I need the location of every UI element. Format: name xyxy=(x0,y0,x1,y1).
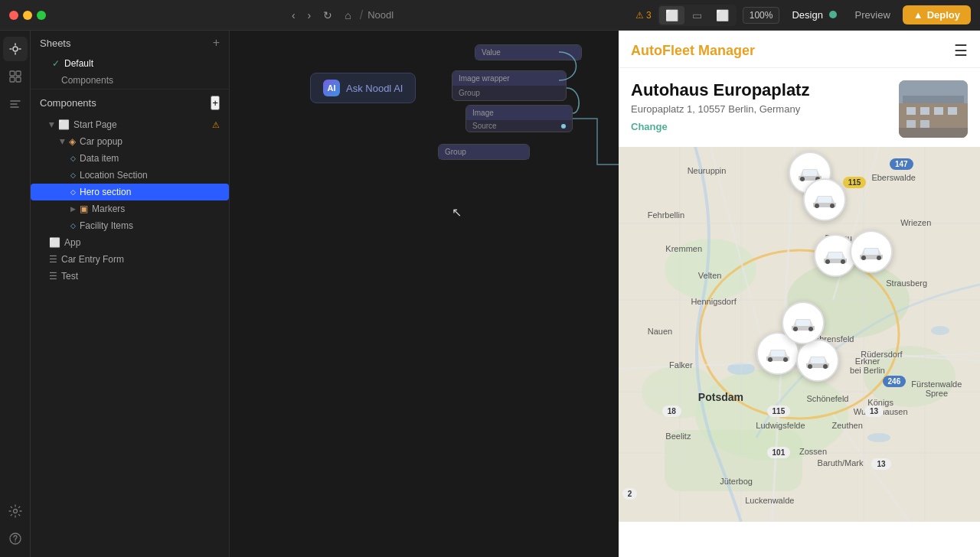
sidebar-icon-grid[interactable] xyxy=(3,64,28,89)
svg-rect-17 xyxy=(899,80,968,103)
sheets-section: Sheets + ✓ Default Components xyxy=(31,31,229,90)
sidebar-icon-components[interactable] xyxy=(3,37,28,61)
view-single[interactable]: ▭ xyxy=(686,6,708,24)
svg-point-63 xyxy=(808,327,813,331)
svg-rect-49 xyxy=(818,197,831,203)
traffic-light-red[interactable] xyxy=(9,11,18,20)
route-badge-115: 115 xyxy=(843,177,867,188)
tree-label: Facility Items xyxy=(80,220,133,231)
value-node[interactable]: Value xyxy=(475,44,582,60)
svg-point-44 xyxy=(800,177,805,181)
sheet-name: Components xyxy=(61,75,113,86)
map-label-strausberg: Strausberg xyxy=(886,278,927,288)
ask-ai-label: Ask Noodl AI xyxy=(346,83,403,94)
add-component-button[interactable]: + xyxy=(211,96,220,110)
port-dot xyxy=(561,124,566,129)
svg-rect-46 xyxy=(803,170,817,176)
zoom-control[interactable]: 100% xyxy=(743,7,780,24)
deploy-button[interactable]: ▲ Deploy xyxy=(903,5,971,24)
warn-icon: ⚠ xyxy=(635,10,644,21)
sidebar-icon-settings[interactable] xyxy=(3,499,28,523)
car-marker-6[interactable] xyxy=(796,339,839,382)
svg-point-27 xyxy=(867,433,890,442)
svg-point-60 xyxy=(823,364,828,369)
tree-label: Hero section xyxy=(80,187,131,197)
map-label-nauen: Nauen xyxy=(648,327,672,336)
autofleet-logo: AutoFleet Manager xyxy=(631,43,755,59)
ai-icon: AI xyxy=(323,80,340,96)
svg-line-32 xyxy=(833,147,879,300)
sheet-item-components[interactable]: Components xyxy=(31,72,229,89)
svg-point-48 xyxy=(830,204,835,208)
view-toggle-group: ⬜ ▭ ⬜ xyxy=(658,5,737,26)
hamburger-menu-icon[interactable]: ☰ xyxy=(954,41,968,60)
icon-sidebar xyxy=(0,31,31,557)
tree-item-facility-items[interactable]: ◇ Facility Items xyxy=(31,217,229,234)
tree-item-hero-section[interactable]: ◇ Hero section xyxy=(31,184,229,200)
ask-ai-button[interactable]: AI Ask Noodl AI xyxy=(310,73,416,103)
page-icon: ☰ xyxy=(49,271,57,282)
svg-rect-2 xyxy=(16,71,21,76)
svg-point-57 xyxy=(783,357,788,362)
traffic-light-yellow[interactable] xyxy=(23,11,32,20)
svg-rect-64 xyxy=(796,320,810,326)
traffic-light-green[interactable] xyxy=(37,11,46,20)
svg-point-51 xyxy=(841,259,845,264)
tree-item-car-popup[interactable]: ▶ ◈ Car popup xyxy=(31,133,229,150)
canvas-area[interactable]: AI Ask Noodl AI Value Image wrapper Grou… xyxy=(230,31,619,557)
route-badge-2: 2 xyxy=(622,488,638,500)
tree-label: Location Section xyxy=(80,170,148,181)
diamond-icon: ◇ xyxy=(70,171,76,179)
svg-rect-61 xyxy=(811,357,825,363)
left-panel: Sheets + ✓ Default Components Components… xyxy=(31,31,230,557)
add-sheet-button[interactable]: + xyxy=(213,37,220,49)
sidebar-icon-help[interactable] xyxy=(3,526,28,551)
change-link[interactable]: Change xyxy=(631,121,890,132)
svg-rect-16 xyxy=(920,120,929,128)
svg-rect-1 xyxy=(10,71,15,76)
svg-point-20 xyxy=(665,239,756,300)
view-side-by-side[interactable]: ⬜ xyxy=(659,6,684,24)
image-node[interactable]: Image Source xyxy=(466,105,573,132)
sidebar-icon-data[interactable] xyxy=(3,92,28,116)
route-badge-115b: 115 xyxy=(767,406,791,417)
tree-item-test[interactable]: ☰ Test xyxy=(31,268,229,285)
map-label-falker: Falker xyxy=(669,360,693,370)
group-node-header: Group xyxy=(439,145,529,159)
nav-forward-button[interactable]: › xyxy=(304,8,315,23)
tree-label: Car Entry Form xyxy=(61,254,124,265)
preview-topbar: AutoFleet Manager ☰ xyxy=(619,31,980,68)
traffic-lights xyxy=(9,11,46,20)
preview-map[interactable]: Neuruppin Eberswalde Fehrbellin Kremmen … xyxy=(619,147,980,522)
car-marker-2[interactable] xyxy=(803,178,846,221)
view-overlay[interactable]: ⬜ xyxy=(710,6,735,24)
route-badge-13b: 13 xyxy=(871,458,890,470)
warn-button[interactable]: ⚠ 3 xyxy=(635,10,652,21)
sheet-name: Default xyxy=(64,58,93,69)
route-badge-101: 101 xyxy=(767,447,791,458)
sheets-label: Sheets xyxy=(40,37,70,49)
components-header: Components + xyxy=(31,90,229,116)
car-marker-7[interactable] xyxy=(782,301,825,344)
route-badge-18: 18 xyxy=(662,406,681,417)
nav-back-button[interactable]: ‹ xyxy=(288,8,299,23)
tree-item-location-section[interactable]: ◇ Location Section xyxy=(31,167,229,184)
route-badge-147: 147 xyxy=(890,158,913,170)
car-marker-4[interactable] xyxy=(850,230,893,273)
home-button[interactable]: ⌂ xyxy=(341,8,354,23)
tree-item-markers[interactable]: ▶ ▣ Markers xyxy=(31,200,229,217)
tree-item-car-entry-form[interactable]: ☰ Car Entry Form xyxy=(31,251,229,268)
refresh-button[interactable]: ↻ xyxy=(319,8,336,23)
check-icon: ✓ xyxy=(52,58,60,69)
sheet-item-default[interactable]: ✓ Default xyxy=(31,55,229,72)
image-wrapper-node[interactable]: Image wrapper Group xyxy=(452,70,567,101)
diamond-icon: ◇ xyxy=(70,155,76,162)
svg-rect-52 xyxy=(828,252,842,259)
preview-button[interactable]: Preview xyxy=(849,6,897,24)
group-node[interactable]: Group xyxy=(438,144,530,160)
tree-item-start-page[interactable]: ▶ ⬜ Start Page ⚠ xyxy=(31,116,229,133)
design-button[interactable]: Design xyxy=(786,6,842,24)
tree-item-data-item[interactable]: ◇ Data item xyxy=(31,150,229,167)
svg-point-59 xyxy=(808,364,812,369)
tree-item-app[interactable]: ⬜ App xyxy=(31,234,229,251)
